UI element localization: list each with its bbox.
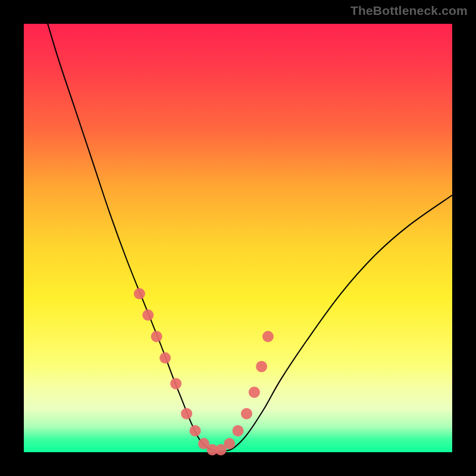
sample-dot [142,309,154,321]
sample-dot [241,408,252,419]
plot-svg [24,24,452,452]
sample-dot [224,438,235,449]
watermark-text: TheBottleneck.com [350,4,468,18]
curve-bottleneck [45,15,452,452]
sample-dot [190,425,201,437]
sample-dot [256,361,267,372]
sample-dot [134,288,145,299]
sample-dot [262,331,274,342]
sample-dot [181,408,192,419]
sample-dot [151,331,162,342]
chart-frame: TheBottleneck.com [0,0,476,476]
sample-dot [159,352,171,364]
sample-dot [170,378,181,389]
sample-dot [233,425,244,437]
sample-dot [249,387,260,398]
plot-area [24,24,452,452]
